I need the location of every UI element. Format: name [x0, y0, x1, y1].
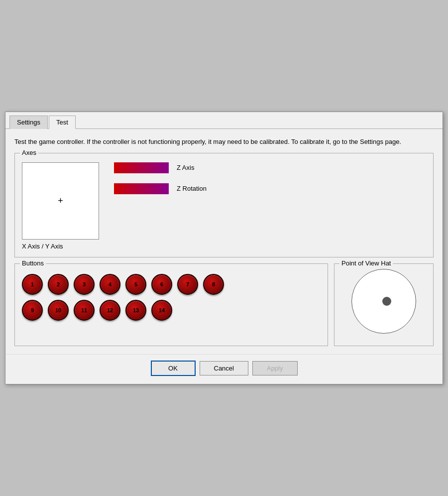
controller-button-10: 10 — [48, 300, 69, 321]
controller-button-6: 6 — [151, 274, 172, 295]
tab-bar: Settings Test — [5, 112, 443, 129]
controller-button-5: 5 — [125, 274, 146, 295]
z-axes: Z Axis Z Rotation — [114, 162, 207, 204]
controller-button-4: 4 — [100, 274, 120, 295]
xy-box: + — [22, 162, 99, 240]
z-rotation-label: Z Rotation — [177, 185, 207, 192]
cancel-button[interactable]: Cancel — [200, 361, 248, 375]
tab-settings[interactable]: Settings — [9, 116, 48, 129]
z-rotation-bar-container — [114, 183, 169, 194]
axes-title: Axes — [20, 149, 38, 156]
tab-content: Test the game controller. If the control… — [5, 129, 443, 354]
z-axis-bar — [114, 162, 169, 173]
z-axis-row: Z Axis — [114, 162, 207, 173]
controller-button-1: 1 — [22, 274, 43, 295]
pov-content — [341, 274, 426, 329]
apply-button[interactable]: Apply — [252, 361, 298, 375]
controller-button-9: 9 — [22, 300, 43, 321]
z-rotation-bar — [114, 183, 169, 194]
controller-button-8: 8 — [203, 274, 224, 295]
pov-dot — [382, 297, 391, 306]
z-axis-bar-container — [114, 162, 169, 173]
buttons-title: Buttons — [20, 259, 46, 267]
xy-axis-label: X Axis / Y Axis — [22, 243, 63, 250]
pov-group: Point of View Hat — [334, 263, 434, 346]
buttons-group: Buttons 12345678 91011121314 — [14, 263, 328, 346]
xy-crosshair: + — [58, 196, 63, 206]
xy-area: + X Axis / Y Axis — [22, 162, 99, 250]
controller-button-3: 3 — [74, 274, 95, 295]
tab-test[interactable]: Test — [49, 116, 76, 129]
axes-group: Axes + X Axis / Y Axis Z Axis — [14, 153, 434, 257]
button-row-1: 12345678 — [22, 274, 321, 295]
z-axis-label: Z Axis — [177, 164, 194, 171]
footer: OK Cancel Apply — [5, 354, 443, 384]
controller-button-7: 7 — [177, 274, 198, 295]
axes-content: + X Axis / Y Axis Z Axis — [22, 162, 426, 250]
description-text: Test the game controller. If the control… — [14, 137, 434, 147]
controller-button-11: 11 — [74, 300, 95, 321]
buttons-content: 12345678 91011121314 — [22, 274, 321, 321]
controller-button-2: 2 — [48, 274, 69, 295]
z-rotation-row: Z Rotation — [114, 183, 207, 194]
button-row-2: 91011121314 — [22, 300, 321, 321]
pov-title: Point of View Hat — [339, 259, 393, 267]
controller-button-14: 14 — [151, 300, 172, 321]
dialog: Settings Test Test the game controller. … — [5, 112, 443, 384]
ok-button[interactable]: OK — [151, 361, 196, 376]
controller-button-13: 13 — [125, 300, 146, 321]
controller-button-12: 12 — [100, 300, 120, 321]
pov-circle — [351, 269, 416, 334]
lower-section: Buttons 12345678 91011121314 Point of Vi… — [14, 263, 434, 346]
